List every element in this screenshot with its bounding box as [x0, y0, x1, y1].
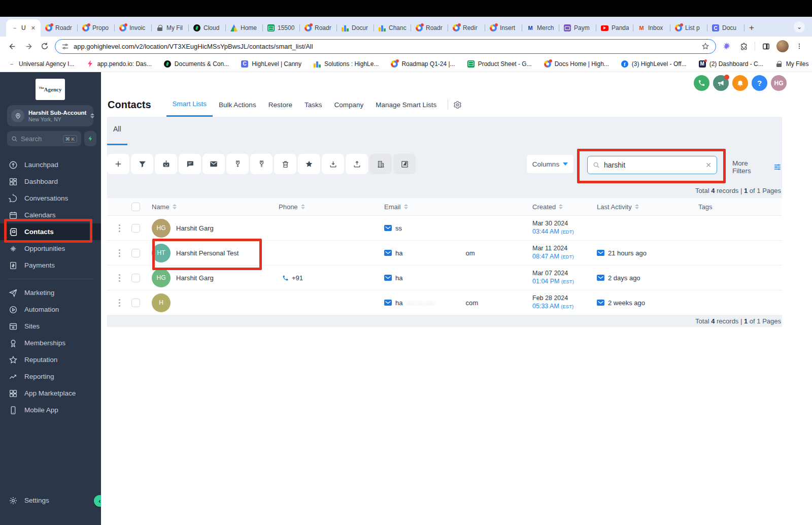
browser-profile-avatar[interactable]	[776, 40, 789, 52]
browser-tab[interactable]: Invoic	[115, 19, 152, 37]
row-menu-kebab-icon[interactable]	[119, 249, 120, 257]
ai-robot-button[interactable]	[155, 154, 177, 174]
browser-tab[interactable]: List p	[670, 19, 707, 37]
columns-dropdown[interactable]: Columns	[527, 155, 573, 173]
sidebar-item-mobile-app[interactable]: Mobile App	[0, 402, 101, 418]
tab-bulk-actions[interactable]: Bulk Actions	[213, 92, 262, 117]
bookmark[interactable]: Roadmap Q1-24 |...	[391, 60, 455, 68]
tab-manage-smart-lists[interactable]: Manage Smart Lists	[369, 92, 443, 117]
contact-search-box[interactable]: ✕	[587, 156, 717, 174]
sidebar-item-settings[interactable]: Settings	[0, 492, 101, 509]
import-button[interactable]	[322, 154, 344, 174]
row-menu-kebab-icon[interactable]	[119, 224, 120, 232]
sidebar-item-reporting[interactable]: Reporting	[0, 368, 101, 385]
browser-tab[interactable]: Docur	[337, 19, 374, 37]
extension-burst-icon[interactable]	[720, 40, 733, 53]
column-header-email[interactable]: Email	[380, 203, 532, 211]
sort-icon[interactable]	[559, 204, 563, 209]
browser-tab[interactable]: Roadr	[300, 19, 337, 37]
contact-name[interactable]: Harshit Garg	[176, 274, 214, 282]
sidebar-item-calendars[interactable]: Calendars	[0, 207, 101, 223]
browser-tab[interactable]: Redir	[448, 19, 485, 37]
smart-list-settings-gear-icon[interactable]	[453, 101, 462, 109]
bookmark[interactable]: HighLevel | Canny	[241, 60, 301, 68]
row-checkbox[interactable]	[131, 274, 140, 282]
browser-tab[interactable]: Roadr	[411, 19, 448, 37]
bookmark[interactable]: (3) HighLevel - Off...	[621, 60, 687, 68]
sidebar-item-dashboard[interactable]: Dashboard	[0, 173, 101, 190]
remove-tag-button[interactable]	[250, 154, 273, 174]
table-row[interactable]: H ha••• •• •••com Feb 28 202405:33 AM (E…	[107, 290, 782, 315]
account-expand-icon[interactable]	[90, 113, 94, 118]
bookmark[interactable]: Solutions : HighLe...	[314, 60, 379, 68]
help-icon[interactable]: ?	[752, 75, 767, 91]
back-button[interactable]	[6, 40, 18, 52]
sms-button[interactable]	[179, 154, 201, 174]
site-settings-icon[interactable]	[61, 43, 69, 50]
more-filters-button[interactable]: More Filters	[732, 159, 782, 175]
row-checkbox[interactable]	[131, 299, 140, 307]
tab-company[interactable]: Company	[328, 92, 369, 117]
browser-tab[interactable]: 15500	[263, 19, 300, 37]
sidebar-item-conversations[interactable]: Conversations	[0, 190, 101, 207]
column-header-name[interactable]: Name	[152, 203, 279, 211]
bookmark[interactable]: Universal Agency I...	[8, 60, 74, 68]
subtab-all[interactable]: All	[113, 125, 121, 133]
sidebar-item-reputation[interactable]: Reputation	[0, 351, 101, 368]
table-row[interactable]: HGHarshit Garg ss Mar 30 202403:44 AM (E…	[107, 216, 782, 241]
company-view-button[interactable]	[369, 154, 392, 174]
row-menu-kebab-icon[interactable]	[119, 274, 120, 282]
megaphone-icon[interactable]	[713, 75, 729, 91]
add-tag-button[interactable]	[226, 154, 249, 174]
tab-restore[interactable]: Restore	[262, 92, 298, 117]
browser-tab[interactable]: Merch	[522, 19, 559, 37]
merge-contacts-button[interactable]	[393, 154, 416, 174]
tab-smart-lists[interactable]: Smart Lists	[166, 92, 213, 117]
sidebar-item-payments[interactable]: Payments	[0, 257, 101, 274]
select-all-checkbox[interactable]	[131, 203, 140, 211]
account-switcher[interactable]: Harshit Sub-Account New York, NY	[7, 105, 93, 126]
reload-button[interactable]	[39, 40, 51, 52]
row-checkbox[interactable]	[131, 224, 140, 233]
sidebar-item-app-marketplace[interactable]: App Marketplace	[0, 385, 101, 402]
extensions-puzzle-icon[interactable]	[737, 40, 751, 53]
sort-icon[interactable]	[404, 204, 408, 209]
delete-button[interactable]	[274, 154, 296, 174]
browser-tab[interactable]: Chanc	[374, 19, 411, 37]
browser-tab[interactable]: Insert	[485, 19, 522, 37]
column-header-last-activity[interactable]: Last Activity	[597, 203, 698, 211]
contact-search-input[interactable]	[604, 161, 701, 169]
contact-name[interactable]: Harshit Garg	[176, 224, 214, 232]
clear-search-icon[interactable]: ✕	[705, 161, 712, 169]
filter-button[interactable]	[131, 154, 153, 174]
export-button[interactable]	[346, 154, 368, 174]
forward-button[interactable]	[22, 40, 35, 52]
browser-tab[interactable]: Home	[226, 19, 263, 37]
sidebar-item-automation[interactable]: Automation	[0, 301, 101, 318]
browser-tab[interactable]: My Fil	[152, 19, 189, 37]
sidebar-item-marketing[interactable]: Marketing	[0, 284, 101, 301]
favorite-button[interactable]	[298, 154, 320, 174]
column-header-phone[interactable]: Phone	[279, 203, 380, 211]
side-panel-icon[interactable]	[759, 40, 772, 53]
url-text[interactable]: app.gohighlevel.com/v2/location/VT3XEugH…	[74, 43, 697, 50]
browser-tab[interactable]: Inbox	[633, 19, 670, 37]
browser-tab[interactable]: Docu	[707, 19, 745, 37]
bell-icon[interactable]	[732, 75, 748, 91]
browser-tab[interactable]: Paym	[559, 19, 596, 37]
tab-search-chevron-icon[interactable]: ⌄	[794, 21, 805, 32]
add-contact-button[interactable]	[107, 154, 129, 174]
sidebar-item-memberships[interactable]: Memberships	[0, 335, 101, 351]
table-row[interactable]: HTHarshit Personal Test haom Mar 11 2024…	[107, 241, 782, 266]
sidebar-search[interactable]: Search ⌘ K	[7, 131, 81, 146]
bookmark[interactable]: (2) Dashboard - C...	[699, 60, 763, 68]
row-checkbox[interactable]	[131, 249, 140, 257]
browser-tab[interactable]: Cloud	[189, 19, 226, 37]
browser-tab[interactable]: Propo	[78, 19, 115, 37]
sort-icon[interactable]	[635, 204, 639, 209]
close-tab-icon[interactable]: ✕	[31, 25, 36, 31]
sidebar-item-contacts[interactable]: Contacts	[0, 223, 101, 240]
bookmark[interactable]: app.pendo.io: Das...	[86, 60, 151, 68]
sidebar-item-launchpad[interactable]: Launchpad	[0, 156, 101, 173]
phone-icon[interactable]	[694, 75, 709, 91]
